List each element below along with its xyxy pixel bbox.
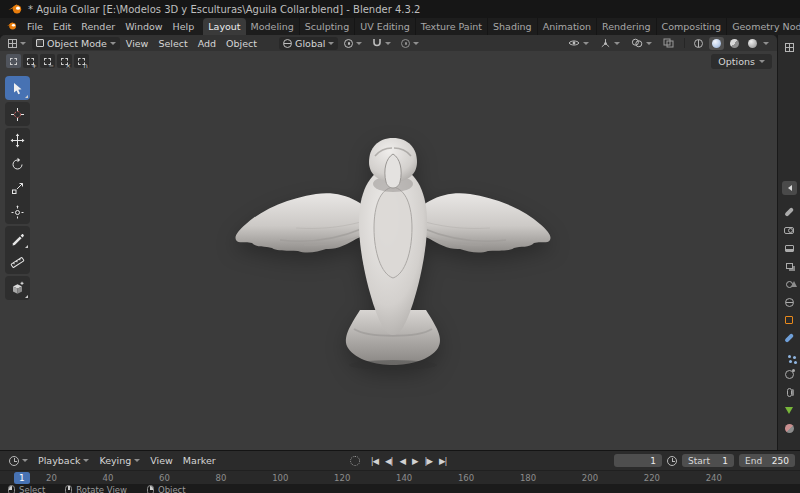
chevron-down-icon: [385, 42, 391, 45]
prev-keyframe-button[interactable]: ◀|: [382, 451, 396, 471]
props-tab-particles[interactable]: [778, 347, 800, 365]
menu-object[interactable]: Object: [222, 37, 261, 50]
props-tab-world[interactable]: [778, 293, 800, 311]
pivot-point-selector[interactable]: [340, 38, 366, 49]
tool-move[interactable]: [5, 128, 30, 152]
select-mode-extend-button[interactable]: +: [23, 54, 38, 68]
menu-edit[interactable]: Edit: [48, 21, 76, 32]
props-tab-object[interactable]: [778, 311, 800, 329]
play-reverse-button[interactable]: ◀: [396, 451, 409, 471]
menu-view[interactable]: View: [122, 37, 153, 50]
menu-marker[interactable]: Marker: [179, 454, 220, 467]
auto-keying-icon[interactable]: [350, 456, 360, 466]
expand-region-button[interactable]: [782, 181, 797, 195]
menu-window[interactable]: Window: [120, 21, 167, 32]
workspace-tab-shading[interactable]: Shading: [488, 18, 538, 35]
mode-selector[interactable]: Object Mode: [32, 37, 120, 50]
status-bar: Select Rotate View Object: [0, 484, 800, 493]
keying-label: Keying: [99, 455, 131, 466]
workspace-tab-animation[interactable]: Animation: [538, 18, 597, 35]
material-preview-icon: [730, 39, 739, 48]
menu-keying[interactable]: Keying: [95, 454, 144, 467]
snap-toggle[interactable]: [368, 37, 395, 49]
shading-solid-button[interactable]: [709, 37, 724, 50]
3d-viewport[interactable]: [0, 51, 777, 450]
workspace-tab-texture-paint[interactable]: Texture Paint: [416, 18, 488, 35]
proportional-editing-toggle[interactable]: [397, 38, 423, 49]
tool-scale[interactable]: [5, 176, 30, 200]
next-keyframe-button[interactable]: |▶: [421, 451, 435, 471]
tool-select-box[interactable]: [5, 76, 30, 100]
props-tab-modifiers[interactable]: [778, 329, 800, 347]
transform-icon: [10, 205, 25, 220]
show-gizmo-toggle[interactable]: [596, 37, 624, 50]
start-frame-field[interactable]: Start 1: [682, 454, 734, 467]
blender-app-menu-icon[interactable]: [0, 21, 22, 32]
select-mode-set-button[interactable]: [6, 54, 21, 68]
select-mode-subtract-button[interactable]: −: [40, 54, 55, 68]
frame-ruler[interactable]: 20 40 60 80 100 120 140 160 180 200 220 …: [0, 470, 800, 484]
tool-add-cube[interactable]: [5, 276, 30, 300]
timeline-editor-type-button[interactable]: [5, 455, 32, 467]
props-tab-render[interactable]: [778, 221, 800, 239]
props-tab-output[interactable]: [778, 239, 800, 257]
playback-controls: |◀ ◀| ◀ ▶ |▶ ▶|: [350, 451, 450, 471]
workspace-tabs: Layout Modeling Sculpting UV Editing Tex…: [203, 18, 800, 35]
workspace-tab-modeling[interactable]: Modeling: [246, 18, 300, 35]
chevron-down-icon: [646, 42, 652, 45]
workspace-tab-geometry-nodes[interactable]: Geometry Nodes: [727, 18, 800, 35]
menu-add[interactable]: Add: [194, 37, 220, 50]
eagle-sculpture-model[interactable]: [228, 132, 558, 372]
menu-help[interactable]: Help: [168, 21, 200, 32]
props-tab-material[interactable]: [778, 419, 800, 437]
cursor-icon: [10, 107, 25, 122]
jump-to-end-button[interactable]: ▶|: [435, 451, 449, 471]
tool-rotate[interactable]: [5, 152, 30, 176]
props-tab-object-data[interactable]: [778, 401, 800, 419]
workspace-tab-uv-editing[interactable]: UV Editing: [355, 18, 416, 35]
props-tab-scene[interactable]: [778, 275, 800, 293]
tool-cursor[interactable]: [5, 102, 30, 126]
transform-orientation-selector[interactable]: Global: [279, 37, 338, 50]
menu-file[interactable]: File: [22, 21, 48, 32]
options-button[interactable]: Options: [711, 54, 772, 69]
tool-icon: [784, 207, 794, 217]
properties-editor-icon[interactable]: [778, 38, 800, 56]
shading-wireframe-button[interactable]: [691, 37, 706, 50]
shading-material-button[interactable]: [727, 37, 742, 50]
play-button[interactable]: ▶: [409, 451, 422, 471]
end-frame-field[interactable]: End 250: [739, 454, 795, 467]
props-tab-constraints[interactable]: [778, 383, 800, 401]
add-cube-icon: [10, 281, 25, 296]
tool-measure[interactable]: [5, 250, 30, 274]
props-tab-view-layer[interactable]: [778, 257, 800, 275]
topbar: File Edit Render Window Help Layout Mode…: [0, 18, 800, 35]
menu-select[interactable]: Select: [154, 37, 191, 50]
jump-to-start-button[interactable]: |◀: [367, 451, 381, 471]
shading-rendered-button[interactable]: [745, 37, 760, 50]
menu-render[interactable]: Render: [76, 21, 120, 32]
props-tab-physics[interactable]: [778, 365, 800, 383]
menu-timeline-view[interactable]: View: [146, 454, 177, 467]
current-frame-field[interactable]: 1: [614, 454, 662, 467]
workspace-tab-rendering[interactable]: Rendering: [597, 18, 657, 35]
tool-annotate[interactable]: [5, 226, 30, 250]
ruler-tick: 20: [46, 473, 57, 483]
eye-icon: [568, 39, 580, 47]
tool-transform[interactable]: [5, 200, 30, 224]
select-mode-intersect-button[interactable]: ∩: [74, 54, 89, 68]
workspace-tab-sculpting[interactable]: Sculpting: [300, 18, 355, 35]
tool-submenu-indicator: [25, 245, 28, 248]
workspace-tab-layout[interactable]: Layout: [203, 18, 245, 35]
props-tab-tool[interactable]: [778, 203, 800, 221]
ruler-tick: 80: [216, 473, 227, 483]
menu-playback[interactable]: Playback: [34, 454, 93, 467]
show-overlays-toggle[interactable]: [627, 37, 656, 49]
workspace-tab-compositing[interactable]: Compositing: [657, 18, 728, 35]
select-mode-invert-button[interactable]: ×: [57, 54, 72, 68]
object-visibility-dropdown[interactable]: [564, 38, 593, 48]
editor-type-button[interactable]: [4, 38, 30, 49]
wireframe-icon: [694, 39, 703, 48]
toggle-xray[interactable]: [659, 37, 678, 49]
playhead-current-frame[interactable]: 1: [14, 472, 30, 484]
